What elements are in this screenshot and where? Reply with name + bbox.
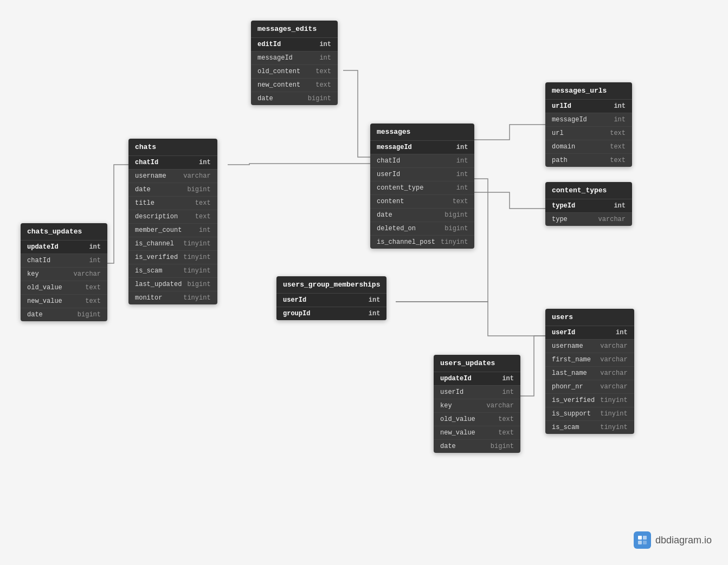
table-row: content_typeint [370,181,474,194]
col-type: int [456,144,468,151]
table-content_types: content_typestypeIdinttypevarchar [545,182,632,226]
col-type: text [315,68,331,75]
col-type: varchar [600,369,627,377]
col-name: content_type [377,184,451,192]
col-type: bigint [491,443,514,450]
col-type: bigint [187,281,210,288]
col-name: updateId [440,375,497,382]
table-row: is_scamtinyint [545,420,634,434]
col-type: int [199,159,211,166]
table-header-content_types: content_types [545,182,632,199]
table-row: is_verifiedtinyint [128,250,217,264]
table-row: datebigint [128,183,217,196]
col-name: old_value [440,415,493,423]
col-type: tinyint [183,240,210,248]
col-name: monitor [135,294,178,302]
col-type: text [498,429,514,437]
branding: dbdiagram.io [634,531,712,549]
col-name: date [440,443,485,450]
col-type: int [502,388,514,396]
table-messages_urls: messages_urlsurlIdintmessageIdinturltext… [545,82,632,167]
table-row: first_namevarchar [545,353,634,366]
col-name: userId [552,329,610,336]
table-row: chatIdint [370,154,474,167]
col-name: url [552,129,604,137]
table-row: new_valuetext [21,294,107,308]
col-name: is_channel_post [377,238,435,246]
col-name: key [440,402,481,410]
table-row: pathtext [545,153,632,167]
table-row: contenttext [370,194,474,208]
col-type: int [456,171,468,178]
col-name: domain [552,143,604,151]
table-header-chats: chats [128,139,217,155]
table-header-chats_updates: chats_updates [21,223,107,240]
col-name: title [135,199,190,207]
col-type: int [456,157,468,165]
col-name: is_support [552,410,595,418]
col-name: is_verified [552,397,595,404]
col-type: tinyint [183,294,210,302]
col-type: text [610,143,626,151]
col-name: new_content [257,81,310,89]
table-users_updates: users_updatesupdateIdintuserIdintkeyvarc… [434,355,520,453]
table-row: monitortinyint [128,291,217,304]
table-header-messages_edits: messages_edits [251,21,338,37]
col-type: int [369,296,381,304]
col-name: last_name [552,369,595,377]
table-row: editIdint [251,37,338,51]
col-name: date [135,186,182,193]
col-type: bigint [78,311,101,319]
col-type: varchar [598,216,626,223]
table-row: groupIdint [276,307,386,320]
table-header-users_group_memberships: users_group_memberships [276,276,386,293]
brand-icon [634,531,651,549]
col-type: text [195,199,211,207]
table-header-messages_urls: messages_urls [545,82,632,99]
table-row: is_channeltinyint [128,237,217,250]
col-name: userId [377,171,451,178]
col-name: messageId [552,116,608,124]
col-type: text [315,81,331,89]
table-row: keyvarchar [21,267,107,281]
table-row: deleted_onbigint [370,222,474,235]
col-type: text [610,129,626,137]
table-row: userIdint [434,385,520,399]
col-type: tinyint [600,410,627,418]
table-row: usernamevarchar [128,169,217,183]
table-row: datebigint [251,92,338,105]
table-chats: chatschatIdintusernamevarchardatebigintt… [128,139,217,304]
col-name: is_scam [552,424,595,431]
col-name: updateId [27,243,83,251]
table-row: userIdint [370,167,474,181]
col-type: tinyint [600,397,627,404]
table-row: usernamevarchar [545,339,634,353]
table-header-users_updates: users_updates [434,355,520,372]
col-name: member_count [135,226,194,234]
table-row: is_verifiedtinyint [545,393,634,407]
col-name: urlId [552,102,608,110]
table-row: datebigint [370,208,474,222]
col-name: chatId [27,257,83,264]
table-row: messageIdint [251,51,338,64]
col-type: int [614,202,626,210]
table-row: messageIdint [370,140,474,154]
table-row: is_channel_posttinyint [370,235,474,249]
col-type: int [502,375,514,382]
table-row: keyvarchar [434,399,520,412]
diagram-canvas: messages_editseditIdintmessageIdintold_c… [0,0,728,565]
table-row: updateIdint [434,372,520,385]
table-messages: messagesmessageIdintchatIdintuserIdintco… [370,124,474,249]
col-name: username [135,172,178,180]
table-row: userIdint [545,326,634,339]
col-type: int [89,243,101,251]
col-type: bigint [308,95,331,102]
col-name: messageId [377,144,451,151]
col-type: int [199,226,211,234]
col-name: chatId [377,157,451,165]
col-type: tinyint [183,254,210,261]
col-type: text [195,213,211,220]
col-name: phonr_nr [552,383,595,391]
col-name: userId [440,388,497,396]
col-name: is_channel [135,240,178,248]
